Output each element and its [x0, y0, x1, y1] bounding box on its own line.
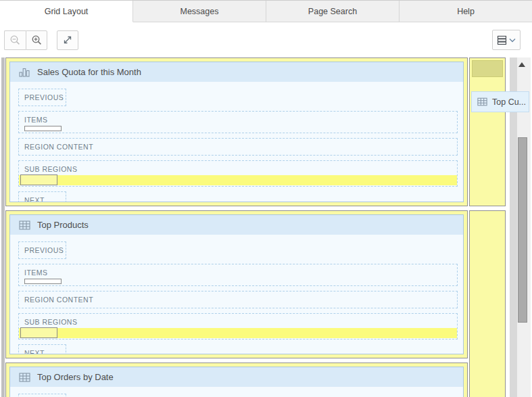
sub-region-placeholder[interactable]	[20, 174, 57, 185]
page-item-placeholder[interactable]	[24, 126, 62, 131]
region-body: PREVIOUS ITEMS REGION CONTENT SUB REGION…	[10, 235, 463, 354]
region-header[interactable]: Top Orders by Date	[10, 367, 463, 387]
region-title: Sales Quota for this Month	[37, 67, 141, 77]
zone-label: PREVIOUS	[24, 93, 60, 101]
zone-label: REGION CONTENT	[24, 143, 452, 151]
region-title: Top Cu...	[492, 97, 526, 107]
next-drop-zone[interactable]: NEXT	[18, 191, 66, 202]
zone-label: REGION CONTENT	[24, 296, 452, 304]
grid-cell: Top Products PREVIOUS ITEMS REGION CONTE…	[5, 210, 468, 358]
region-top-customers[interactable]: Top Cu...	[471, 91, 529, 112]
sub-region-placeholder[interactable]	[20, 327, 57, 338]
region-top-orders-by-date[interactable]: Top Orders by Date PREVIOUS	[9, 367, 464, 397]
tab-bar: Grid Layout Messages Page Search Help	[0, 0, 532, 22]
page-item-placeholder[interactable]	[24, 279, 62, 284]
diagonal-expand-arrows-icon	[62, 34, 73, 45]
tab-page-search[interactable]: Page Search	[266, 1, 400, 22]
sub-regions-drop-zone[interactable]: SUB REGIONS	[18, 313, 458, 340]
tab-messages[interactable]: Messages	[133, 1, 266, 22]
zoom-out-button[interactable]	[4, 30, 26, 50]
side-region-placeholder	[472, 60, 503, 77]
vertical-scrollbar-thumb[interactable]	[518, 137, 527, 323]
stacked-rows-icon	[497, 35, 507, 45]
expand-button[interactable]	[57, 30, 78, 50]
region-sales-quota[interactable]: Sales Quota for this Month PREVIOUS ITEM…	[9, 62, 464, 202]
region-top-products[interactable]: Top Products PREVIOUS ITEMS REGION CONTE…	[9, 214, 464, 354]
zone-label: ITEMS	[24, 268, 452, 277]
tab-grid-layout[interactable]: Grid Layout	[0, 1, 133, 22]
table-icon	[19, 373, 30, 382]
magnifier-plus-icon	[31, 34, 43, 46]
table-icon	[19, 220, 30, 230]
grid-layout-canvas: Sales Quota for this Month PREVIOUS ITEM…	[0, 57, 532, 397]
region-content-drop-zone[interactable]: REGION CONTENT	[18, 138, 458, 156]
tab-help[interactable]: Help	[400, 1, 532, 22]
table-icon	[477, 97, 487, 106]
zone-label: SUB REGIONS	[19, 318, 457, 326]
magnifier-minus-icon	[9, 34, 21, 46]
previous-drop-zone[interactable]: PREVIOUS	[18, 394, 66, 397]
region-header[interactable]: Sales Quota for this Month	[10, 62, 463, 82]
previous-drop-zone[interactable]: PREVIOUS	[18, 89, 66, 106]
grid-cell: Top Orders by Date PREVIOUS	[5, 363, 468, 397]
region-title: Top Orders by Date	[37, 372, 114, 382]
chevron-down-icon	[509, 38, 516, 43]
zoom-in-button[interactable]	[26, 30, 47, 50]
sub-region-row	[19, 328, 457, 338]
zone-label: SUB REGIONS	[19, 165, 457, 173]
grid-layout-toolbar	[0, 22, 532, 57]
region-content-drop-zone[interactable]: REGION CONTENT	[18, 291, 458, 308]
zone-label: NEXT	[24, 196, 60, 202]
bar-chart-icon	[19, 68, 30, 77]
zone-label: PREVIOUS	[24, 246, 60, 254]
grid-cell	[469, 210, 506, 397]
region-header[interactable]: Top Products	[10, 215, 463, 235]
grid-cell	[469, 57, 506, 206]
page-edge-strip	[1, 57, 5, 397]
zone-label: NEXT	[24, 349, 60, 354]
display-options-menu-button[interactable]	[492, 30, 521, 50]
grid-main-column: Sales Quota for this Month PREVIOUS ITEM…	[5, 57, 468, 397]
sub-regions-drop-zone[interactable]: SUB REGIONS	[18, 160, 458, 187]
previous-drop-zone[interactable]: PREVIOUS	[18, 241, 66, 259]
region-body: PREVIOUS ITEMS REGION CONTENT SUB REGION…	[10, 82, 463, 202]
items-drop-zone[interactable]: ITEMS	[18, 264, 458, 286]
sub-region-row	[19, 175, 457, 185]
region-body: PREVIOUS	[10, 387, 463, 397]
zone-label: ITEMS	[24, 116, 452, 124]
region-title: Top Products	[37, 220, 89, 230]
next-drop-zone[interactable]: NEXT	[18, 344, 66, 354]
grid-cell: Sales Quota for this Month PREVIOUS ITEM…	[5, 57, 468, 206]
scrollbar-up-arrow[interactable]	[518, 62, 525, 67]
items-drop-zone[interactable]: ITEMS	[18, 111, 458, 133]
zoom-button-group	[4, 30, 47, 50]
